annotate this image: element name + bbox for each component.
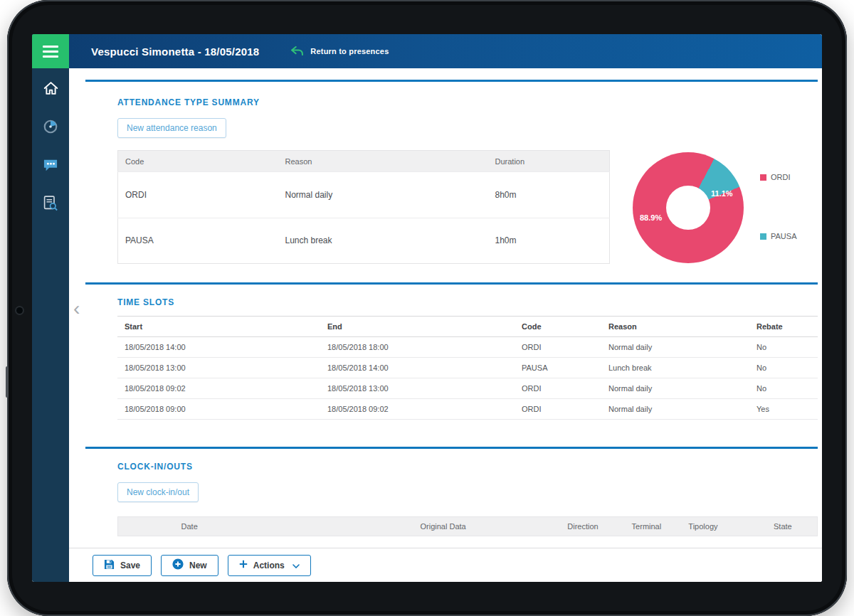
sidebar-item-presences[interactable]	[32, 108, 69, 147]
new-button-label: New	[189, 561, 207, 570]
sidebar-item-messages[interactable]	[32, 147, 69, 185]
sidebar-item-home[interactable]	[32, 70, 69, 108]
cell-rebate: No	[749, 358, 818, 378]
page-title: Vespucci Simonetta - 18/05/2018	[91, 46, 259, 58]
column-header: Tipology	[688, 522, 717, 531]
top-divider	[85, 80, 818, 82]
cell-start: 18/05/2018 13:00	[117, 358, 320, 378]
attendance-summary-section: ATTENDANCE TYPE SUMMARY New attendance r…	[117, 97, 818, 264]
return-to-presences-link[interactable]: Return to presences	[290, 46, 389, 57]
cell-start: 18/05/2018 09:02	[117, 378, 320, 399]
cell-code: PAUSA	[515, 358, 601, 378]
app-screen: Vespucci Simonetta - 18/05/2018 Return t…	[32, 34, 822, 582]
tablet-frame: Vespucci Simonetta - 18/05/2018 Return t…	[7, 0, 847, 616]
cell-code: PAUSA	[118, 218, 278, 264]
legend-label: ORDI	[771, 173, 791, 181]
plus-circle-icon	[172, 558, 184, 572]
stage: Vespucci Simonetta - 18/05/2018 Return t…	[0, 0, 854, 616]
new-button[interactable]: New	[161, 555, 218, 576]
table-header-row: Code Reason Duration	[118, 151, 610, 172]
cell-end: 18/05/2018 18:00	[320, 337, 515, 358]
bottom-toolbar: Save New Actions	[69, 548, 822, 582]
legend-item-pausa[interactable]: PAUSA	[760, 232, 796, 240]
column-header: End	[320, 317, 515, 337]
table-row: 18/05/2018 14:00 18/05/2018 18:00 ORDI N…	[117, 337, 818, 358]
plus-icon	[239, 560, 248, 570]
save-button[interactable]: Save	[93, 555, 152, 576]
column-header: Reason	[601, 317, 749, 337]
cell-start: 18/05/2018 14:00	[117, 337, 320, 358]
collapse-sidebar-chevron[interactable]: ‹	[73, 299, 80, 319]
new-attendance-reason-button[interactable]: New attendance reason	[117, 118, 226, 138]
actions-button-label: Actions	[253, 561, 285, 570]
cell-start: 18/05/2018 09:00	[117, 399, 320, 420]
sidebar	[32, 68, 69, 582]
column-header: Code	[118, 151, 278, 172]
column-header: Original Data	[421, 522, 466, 531]
cell-code: ORDI	[515, 378, 601, 399]
attendance-chart: 88.9% 11.1% ORDI PAUSA	[610, 150, 818, 264]
home-icon	[43, 81, 58, 97]
column-header: Terminal	[632, 522, 662, 531]
donut-chart[interactable]: 88.9% 11.1%	[633, 152, 744, 263]
cell-rebate: Yes	[749, 399, 818, 420]
camera-dot	[16, 307, 23, 314]
presences-icon	[43, 119, 58, 137]
cell-reason: Lunch break	[278, 218, 488, 264]
save-icon	[104, 559, 115, 572]
table-row: 18/05/2018 09:02 18/05/2018 13:00 ORDI N…	[117, 378, 818, 399]
column-header: State	[774, 522, 792, 531]
return-arrow-icon	[290, 46, 304, 57]
cell-duration: 1h0m	[488, 218, 610, 264]
cell-reason: Normal daily	[601, 378, 749, 399]
section-title-attendance: ATTENDANCE TYPE SUMMARY	[117, 97, 818, 107]
column-header: Reason	[278, 151, 488, 172]
attendance-summary-table: Code Reason Duration ORDI Normal	[117, 150, 610, 264]
save-button-label: Save	[120, 561, 140, 570]
app-header: Vespucci Simonetta - 18/05/2018 Return t…	[32, 34, 822, 68]
new-clock-in-out-button[interactable]: New clock-in/out	[117, 482, 199, 502]
main-content: ‹ ATTENDANCE TYPE SUMMARY New attendance…	[69, 68, 822, 548]
section-title-time-slots: TIME SLOTS	[117, 297, 818, 307]
column-header: Start	[117, 317, 320, 337]
table-row: ORDI Normal daily 8h0m	[118, 172, 610, 218]
table-header-row: Start End Code Reason Rebate	[117, 317, 818, 337]
cell-reason: Normal daily	[601, 337, 749, 358]
legend-swatch-ordi	[760, 174, 766, 181]
legend-item-ordi[interactable]: ORDI	[760, 173, 791, 181]
table-row: 18/05/2018 09:00 18/05/2018 09:02 ORDI N…	[117, 399, 818, 420]
cell-end: 18/05/2018 09:02	[320, 399, 515, 420]
hamburger-icon	[43, 46, 58, 48]
column-header: Code	[515, 317, 601, 337]
cell-end: 18/05/2018 13:00	[320, 378, 515, 399]
section-divider	[85, 282, 818, 285]
report-search-icon	[43, 196, 58, 213]
cell-reason: Lunch break	[601, 358, 749, 378]
cell-code: ORDI	[118, 172, 278, 218]
section-divider	[85, 447, 818, 449]
actions-button[interactable]: Actions	[228, 555, 311, 576]
cell-code: ORDI	[515, 337, 601, 358]
chat-icon	[43, 158, 58, 174]
time-slots-table: Start End Code Reason Rebate	[117, 316, 818, 420]
app-body: ‹ ATTENDANCE TYPE SUMMARY New attendance…	[32, 68, 822, 582]
table-row: PAUSA Lunch break 1h0m	[118, 218, 610, 264]
pie-label-ordi: 88.9%	[640, 213, 662, 222]
clock-in-outs-section: CLOCK-IN/OUTS New clock-in/out Date Orig…	[117, 462, 818, 536]
menu-button[interactable]	[32, 34, 69, 68]
sidebar-item-reports[interactable]	[32, 185, 69, 223]
section-title-clock-in-outs: CLOCK-IN/OUTS	[117, 462, 818, 472]
legend-swatch-pausa	[760, 233, 766, 240]
chevron-down-icon	[292, 561, 300, 570]
cell-end: 18/05/2018 14:00	[320, 358, 515, 378]
time-slots-section: TIME SLOTS Start End Code Reason	[117, 297, 818, 420]
table-row: 18/05/2018 13:00 18/05/2018 14:00 PAUSA …	[117, 358, 818, 378]
cell-reason: Normal daily	[278, 172, 488, 218]
cell-code: ORDI	[515, 399, 601, 420]
attendance-summary-row: Code Reason Duration ORDI Normal	[117, 150, 818, 264]
column-header: Date	[181, 522, 198, 531]
clock-in-outs-table-header: Date Original Data Direction Terminal Ti…	[117, 516, 818, 536]
device-side-button	[6, 366, 9, 398]
cell-rebate: No	[749, 337, 818, 358]
column-header: Direction	[567, 522, 598, 531]
